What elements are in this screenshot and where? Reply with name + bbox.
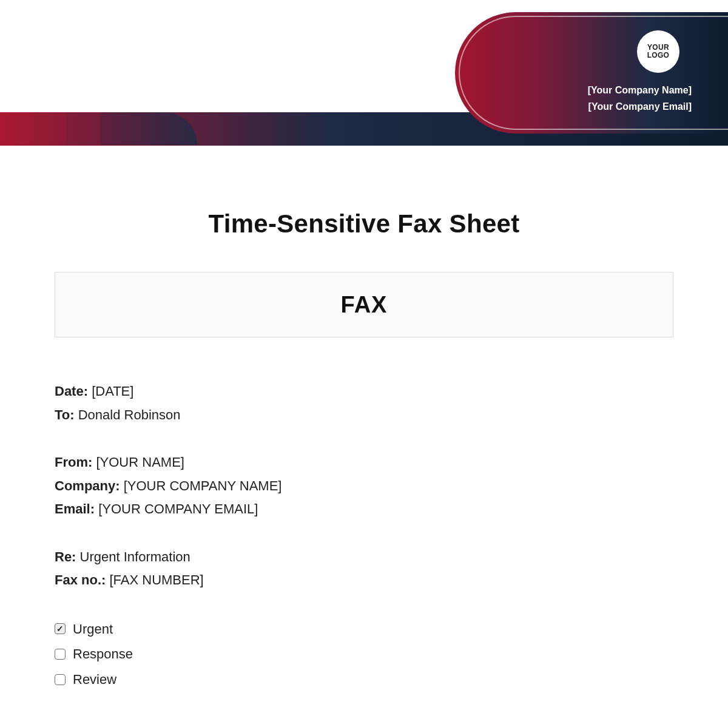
header-pod: YOUR LOGO [Your Company Name] [Your Comp… — [455, 12, 728, 134]
logo-text-line2: LOGO — [647, 52, 670, 59]
check-row-urgent[interactable]: Urgent — [55, 617, 673, 642]
logo-placeholder: YOUR LOGO — [637, 30, 679, 73]
company-name: [Your Company Name] — [588, 82, 692, 98]
row-re: Re: Urgent Information — [55, 546, 673, 569]
value-date: [DATE] — [92, 384, 133, 399]
label-to: To: — [55, 407, 75, 422]
checkbox-review[interactable] — [55, 674, 66, 685]
label-email: Email: — [55, 501, 95, 516]
row-company: Company: [YOUR COMPANY NAME] — [55, 475, 673, 498]
value-company: [YOUR COMPANY NAME] — [124, 478, 282, 493]
header-scallops — [0, 112, 158, 146]
row-to: To: Donald Robinson — [55, 404, 673, 427]
group-recipient: Date: [DATE] To: Donald Robinson — [55, 380, 673, 427]
value-faxno: [FAX NUMBER] — [109, 572, 203, 587]
checkbox-label-urgent: Urgent — [73, 617, 113, 642]
value-to: Donald Robinson — [78, 407, 181, 422]
check-row-response[interactable]: Response — [55, 641, 673, 667]
document-body: Time-Sensitive Fax Sheet FAX Date: [DATE… — [55, 209, 673, 692]
label-date: Date: — [55, 384, 88, 399]
label-faxno: Fax no.: — [55, 572, 106, 587]
company-email: [Your Company Email] — [588, 98, 692, 115]
fax-heading-box: FAX — [55, 272, 673, 337]
label-re: Re: — [55, 549, 76, 564]
label-from: From: — [55, 455, 92, 470]
checkbox-response[interactable] — [55, 649, 66, 660]
row-from: From: [YOUR NAME] — [55, 451, 673, 475]
label-company: Company: — [55, 478, 120, 493]
company-info: [Your Company Name] [Your Company Email] — [588, 82, 692, 115]
row-date: Date: [DATE] — [55, 380, 673, 404]
value-from: [YOUR NAME] — [96, 455, 184, 470]
fields-section: Date: [DATE] To: Donald Robinson From: [… — [55, 380, 673, 692]
group-subject: Re: Urgent Information Fax no.: [FAX NUM… — [55, 546, 673, 592]
checkbox-label-review: Review — [73, 667, 116, 692]
checkbox-urgent[interactable] — [55, 623, 66, 634]
page-title: Time-Sensitive Fax Sheet — [55, 209, 673, 238]
row-email: Email: [YOUR COMPANY EMAIL] — [55, 498, 673, 521]
value-re: Urgent Information — [80, 549, 190, 564]
checkbox-group: Urgent Response Review — [55, 617, 673, 692]
value-email: [YOUR COMPANY EMAIL] — [98, 501, 258, 516]
check-row-review[interactable]: Review — [55, 667, 673, 692]
group-sender: From: [YOUR NAME] Company: [YOUR COMPANY… — [55, 451, 673, 521]
row-faxno: Fax no.: [FAX NUMBER] — [55, 569, 673, 592]
header-banner: YOUR LOGO [Your Company Name] [Your Comp… — [0, 0, 728, 152]
fax-heading-text: FAX — [341, 292, 388, 318]
checkbox-label-response: Response — [73, 641, 133, 667]
